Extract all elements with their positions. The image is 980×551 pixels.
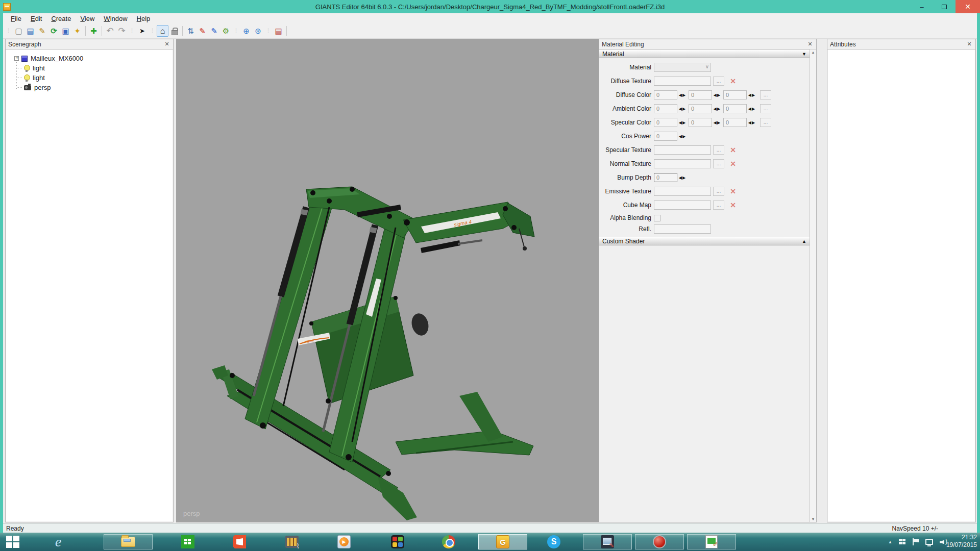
taskbar-recorder[interactable] (635, 534, 684, 549)
diffuse-color-g-input[interactable]: 0 (689, 90, 712, 99)
terrain-foliage-icon[interactable]: ⚙ (220, 25, 232, 37)
maximize-button[interactable] (933, 0, 955, 13)
spinner-icon[interactable]: ◀▶ (747, 93, 757, 97)
diffuse-texture-clear-button[interactable]: ✕ (727, 77, 739, 86)
menu-window[interactable]: Window (99, 14, 132, 23)
3d-viewport[interactable]: sigma 4 sigma persp (176, 39, 600, 522)
taskbar-movie-maker[interactable] (285, 534, 299, 549)
specular-texture-clear-button[interactable]: ✕ (727, 145, 739, 155)
tray-action-center-flag-icon[interactable] (913, 538, 919, 545)
export-icon[interactable]: ✦ (71, 25, 83, 37)
move-tool-icon[interactable]: ⇅ (185, 25, 197, 37)
tree-item-persp[interactable]: persp (6, 83, 173, 92)
specular-color-g-input[interactable]: 0 (689, 118, 712, 127)
frame-selected-icon[interactable]: ⌂ (157, 25, 168, 37)
close-button[interactable]: ✕ (955, 0, 980, 13)
terrain-paint-red-icon[interactable]: ✎ (197, 25, 208, 37)
taskbar-chrome[interactable] (442, 534, 455, 549)
taskbar-notepad-app[interactable] (687, 534, 736, 549)
ambient-color-b-input[interactable]: 0 (723, 104, 747, 113)
spinner-icon[interactable]: ◀▶ (677, 134, 688, 139)
diffuse-texture-browse-button[interactable]: ... (713, 77, 724, 86)
emissive-texture-input[interactable] (654, 187, 711, 196)
ambient-color-picker-button[interactable]: ... (760, 104, 771, 113)
ambient-color-g-input[interactable]: 0 (689, 104, 712, 113)
normal-texture-browse-button[interactable]: ... (713, 159, 724, 168)
tray-windows-icon[interactable] (899, 539, 906, 545)
specular-color-r-input[interactable]: 0 (654, 118, 677, 127)
save-icon[interactable]: ▣ (60, 25, 71, 37)
normal-texture-input[interactable] (654, 159, 711, 168)
taskbar-windows-store[interactable] (181, 534, 194, 549)
material-section-bar[interactable]: Material ▼ (599, 49, 810, 58)
material-dropdown[interactable]: ∨ (654, 63, 711, 72)
specular-texture-input[interactable] (654, 145, 711, 155)
scroll-down-icon[interactable]: ▼ (810, 517, 816, 521)
specular-texture-browse-button[interactable]: ... (713, 145, 724, 155)
menu-create[interactable]: Create (46, 14, 76, 23)
cube-map-browse-button[interactable]: ... (713, 201, 724, 210)
emissive-texture-clear-button[interactable]: ✕ (727, 187, 739, 196)
attributes-close-icon[interactable]: ✕ (966, 41, 973, 47)
spinner-icon[interactable]: ◀▶ (677, 107, 688, 111)
diffuse-texture-input[interactable] (654, 77, 711, 86)
diffuse-color-r-input[interactable]: 0 (654, 90, 677, 99)
menu-view[interactable]: View (76, 14, 99, 23)
expand-icon[interactable] (14, 56, 19, 61)
taskbar-media-player[interactable]: ▶ (337, 534, 351, 549)
collapse-icon[interactable]: ▼ (802, 52, 806, 57)
menu-edit[interactable]: Edit (26, 14, 46, 23)
scenegraph-close-icon[interactable]: ✕ (163, 41, 170, 47)
minimize-button[interactable]: – (911, 0, 933, 13)
taskbar-skype[interactable]: S (547, 534, 560, 549)
menu-file[interactable]: File (6, 14, 26, 23)
undo-icon[interactable]: ↶ (104, 25, 116, 37)
spinner-icon[interactable]: ◀▶ (747, 107, 757, 111)
select-tool-icon[interactable]: ➤ (136, 25, 148, 37)
taskbar-internet-explorer[interactable]: e (55, 534, 61, 549)
tray-show-hidden-icon[interactable]: ▲ (888, 540, 892, 544)
taskbar-file-explorer[interactable] (104, 534, 153, 549)
expand-icon[interactable]: ▲ (802, 239, 806, 244)
taskbar-clock[interactable]: 21:32 19/07/2015 (946, 534, 977, 549)
refl-input[interactable] (654, 224, 711, 234)
specular-color-b-input[interactable]: 0 (723, 118, 747, 127)
reload-icon[interactable]: ⟳ (48, 25, 60, 37)
terrain-paint-blue-icon[interactable]: ✎ (208, 25, 220, 37)
tray-network-icon[interactable] (925, 539, 933, 545)
lock-icon[interactable] (168, 25, 180, 37)
taskbar-photo-viewer[interactable] (583, 534, 632, 549)
script-editor-icon[interactable]: ▤ (273, 25, 284, 37)
spinner-icon[interactable]: ◀▶ (747, 120, 757, 125)
specular-color-picker-button[interactable]: ... (760, 118, 771, 127)
spinner-icon[interactable]: ◀▶ (677, 93, 688, 97)
taskbar-giants-editor[interactable]: G (478, 534, 527, 549)
import-icon[interactable]: ✚ (88, 25, 100, 37)
scroll-up-icon[interactable]: ▲ (810, 51, 816, 54)
taskbar-puzzle-app[interactable] (391, 534, 404, 549)
terrain-sculpt-icon[interactable]: ⊕ (240, 25, 252, 37)
emissive-texture-browse-button[interactable]: ... (713, 187, 724, 196)
material-editing-close-icon[interactable]: ✕ (806, 41, 814, 47)
diffuse-color-picker-button[interactable]: ... (760, 90, 771, 99)
spinner-icon[interactable]: ◀▶ (677, 176, 688, 180)
cos-power-input[interactable]: 0 (654, 132, 677, 141)
new-file-icon[interactable]: ▢ (13, 25, 24, 37)
menu-help[interactable]: Help (132, 14, 155, 23)
bump-depth-input[interactable]: 0 (654, 173, 677, 182)
spinner-icon[interactable]: ◀▶ (712, 107, 722, 111)
spinner-icon[interactable]: ◀▶ (677, 120, 688, 125)
tree-item-light-1[interactable]: light (6, 63, 173, 73)
front-loader-model[interactable]: sigma 4 sigma (176, 39, 600, 522)
alpha-blending-checkbox[interactable] (654, 215, 660, 221)
cube-map-input[interactable] (654, 201, 711, 210)
edit-notes-icon[interactable]: ✎ (36, 25, 48, 37)
spinner-icon[interactable]: ◀▶ (712, 93, 722, 97)
material-scrollbar[interactable]: ▲ ▼ (810, 49, 816, 522)
taskbar-office[interactable] (233, 534, 246, 549)
start-button[interactable] (6, 534, 19, 549)
ambient-color-r-input[interactable]: 0 (654, 104, 677, 113)
terrain-detail-icon[interactable]: ⊛ (252, 25, 264, 37)
tree-item-light-2[interactable]: light (6, 73, 173, 83)
redo-icon[interactable]: ↷ (116, 25, 128, 37)
